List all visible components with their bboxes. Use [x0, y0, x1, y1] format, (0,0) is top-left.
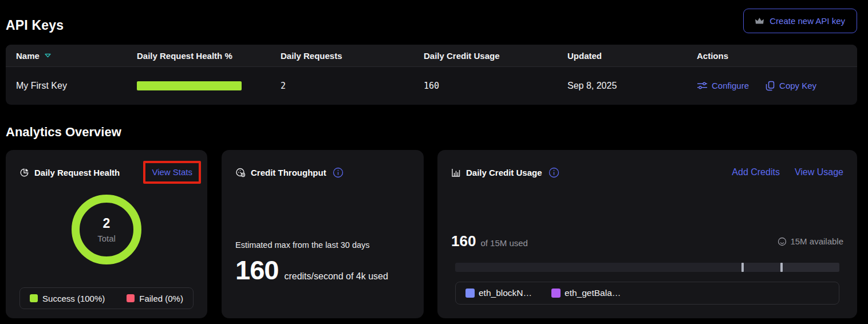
highlight-box: View Stats — [143, 161, 201, 184]
credit-throughput-card: Credit Throughput Estimated max from the… — [222, 150, 424, 318]
health-legend: Success (100%) Failed (0%) — [19, 287, 194, 309]
throughput-subtitle: Estimated max from the last 30 days — [235, 240, 410, 250]
api-keys-dashboard: API Keys Create new API key Name Daily R… — [0, 0, 868, 324]
configure-link[interactable]: Configure — [697, 81, 749, 90]
page-title: API Keys — [6, 18, 64, 33]
card-title-label: Credit Throughput — [251, 168, 326, 177]
legend-item-eth-blocknumber: eth_blockN… — [465, 288, 532, 298]
column-name[interactable]: Name — [16, 51, 40, 61]
meter-icon — [778, 237, 787, 246]
eth-getbalance-swatch — [551, 289, 561, 298]
copy-key-label: Copy Key — [779, 81, 816, 90]
success-label: Success (100%) — [42, 294, 105, 303]
info-icon[interactable] — [549, 167, 559, 178]
card-title-label: Daily Request Health — [34, 168, 120, 177]
failed-label: Failed (0%) — [139, 294, 183, 303]
analytics-overview-title: Analytics Overview — [6, 125, 121, 140]
info-icon[interactable] — [333, 167, 344, 178]
create-new-api-key-button[interactable]: Create new API key — [743, 9, 857, 33]
crown-icon — [755, 17, 764, 25]
donut-total-value: 2 — [103, 216, 111, 231]
legend-item-failed: Failed (0%) — [127, 294, 183, 303]
bar-chart-icon — [451, 168, 461, 177]
updated-value: Sep 8, 2025 — [567, 81, 617, 91]
gauge-icon — [235, 167, 246, 177]
credits-available-label: 15M available — [790, 236, 843, 246]
credits-used-label: of 15M used — [480, 238, 528, 248]
create-button-label: Create new API key — [770, 16, 845, 26]
table-header-row: Name Daily Request Health % Daily Reques… — [6, 45, 857, 67]
configure-label: Configure — [712, 81, 749, 90]
column-health: Daily Request Health % — [137, 51, 232, 61]
sort-chevron-icon[interactable] — [45, 53, 51, 58]
throughput-unit: credits/second of 4k used — [284, 271, 388, 282]
donut-total-label: Total — [97, 234, 116, 243]
view-stats-link[interactable]: View Stats — [152, 167, 192, 177]
sliders-icon — [697, 81, 708, 90]
table-row: My First Key 2 160 Sep 8, 2025 Configure… — [6, 67, 857, 104]
eth-blocknumber-label: eth_blockN… — [479, 288, 532, 298]
daily-request-health-card: Daily Request Health View Stats 2 Total … — [6, 150, 207, 318]
pie-chart-icon — [19, 168, 29, 177]
daily-credit-usage-value: 160 — [424, 81, 439, 91]
api-keys-table: Name Daily Request Health % Daily Reques… — [6, 45, 857, 105]
copy-key-link[interactable]: Copy Key — [766, 81, 816, 91]
legend-item-eth-getbalance: eth_getBala… — [551, 288, 621, 298]
legend-item-success: Success (100%) — [30, 294, 105, 303]
daily-requests-value: 2 — [281, 81, 286, 91]
progress-marker — [780, 263, 783, 272]
copy-icon — [766, 81, 775, 91]
request-health-donut: 2 Total — [72, 195, 141, 264]
column-credit-usage: Daily Credit Usage — [424, 51, 500, 61]
progress-marker — [741, 263, 744, 272]
eth-getbalance-label: eth_getBala… — [565, 288, 621, 298]
credit-usage-progress-bar — [455, 263, 839, 272]
credits-used-value: 160 — [451, 232, 476, 250]
usage-legend: eth_blockN… eth_getBala… — [455, 282, 839, 305]
column-actions: Actions — [697, 51, 728, 61]
column-updated: Updated — [567, 51, 602, 61]
failed-swatch — [127, 294, 135, 302]
add-credits-link[interactable]: Add Credits — [732, 167, 780, 177]
success-swatch — [30, 294, 38, 302]
eth-blocknumber-swatch — [465, 289, 475, 298]
card-title-label: Daily Credit Usage — [466, 168, 542, 177]
column-requests: Daily Requests — [281, 51, 342, 61]
key-name: My First Key — [16, 81, 67, 91]
progress-segment — [780, 263, 839, 272]
view-usage-link[interactable]: View Usage — [795, 167, 843, 177]
health-bar — [137, 81, 242, 90]
daily-credit-usage-card: Daily Credit Usage Add Credits View Usag… — [437, 150, 857, 318]
throughput-value: 160 — [235, 254, 278, 286]
